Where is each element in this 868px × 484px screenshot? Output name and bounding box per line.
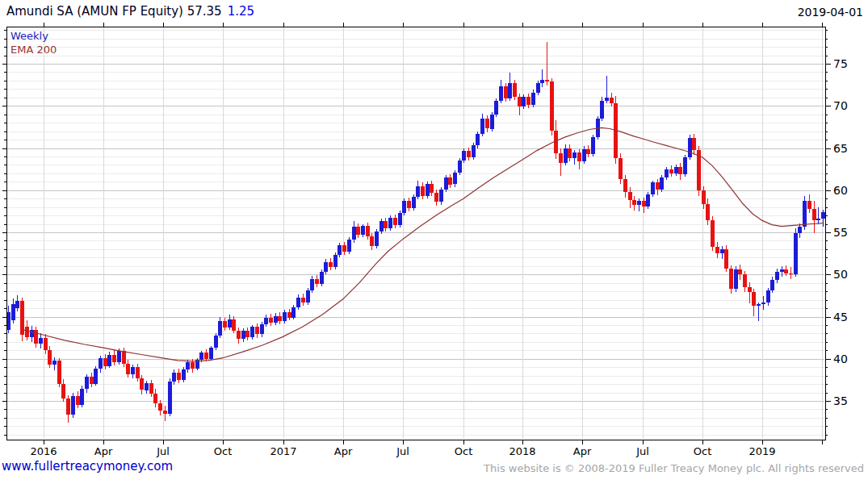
svg-text:Oct: Oct xyxy=(455,445,472,457)
chart-legend: Weekly EMA 200 xyxy=(10,29,57,56)
candlestick-chart: 7570656055504540352016AprJulOct2017AprJu… xyxy=(0,0,868,484)
svg-text:Jul: Jul xyxy=(396,445,409,457)
website-link[interactable]: www.fullertreacymoney.com xyxy=(2,459,173,474)
svg-text:65: 65 xyxy=(833,142,848,155)
svg-text:35: 35 xyxy=(833,394,848,407)
svg-text:2019: 2019 xyxy=(748,445,775,457)
svg-text:2017: 2017 xyxy=(270,445,296,457)
legend-interval: Weekly xyxy=(10,29,57,43)
svg-text:50: 50 xyxy=(833,268,848,281)
chart-page: Amundi SA (AMUN FP Equity) 57.351.25 201… xyxy=(0,0,868,484)
svg-text:Apr: Apr xyxy=(334,445,353,457)
svg-text:Jul: Jul xyxy=(635,445,649,457)
copyright-text: This website is © 2008-2019 Fuller Treac… xyxy=(484,462,864,474)
svg-text:45: 45 xyxy=(833,311,848,323)
svg-text:Oct: Oct xyxy=(214,445,232,457)
svg-text:60: 60 xyxy=(833,184,848,197)
svg-text:Apr: Apr xyxy=(573,445,592,457)
svg-text:40: 40 xyxy=(833,353,848,365)
svg-text:70: 70 xyxy=(833,99,848,112)
svg-text:2016: 2016 xyxy=(30,445,57,457)
svg-text:2018: 2018 xyxy=(509,445,535,457)
svg-text:75: 75 xyxy=(833,57,848,70)
svg-text:Apr: Apr xyxy=(94,445,113,457)
svg-text:Oct: Oct xyxy=(694,445,711,457)
svg-text:Jul: Jul xyxy=(156,445,170,457)
svg-text:55: 55 xyxy=(833,226,848,239)
legend-ema: EMA 200 xyxy=(10,43,57,56)
